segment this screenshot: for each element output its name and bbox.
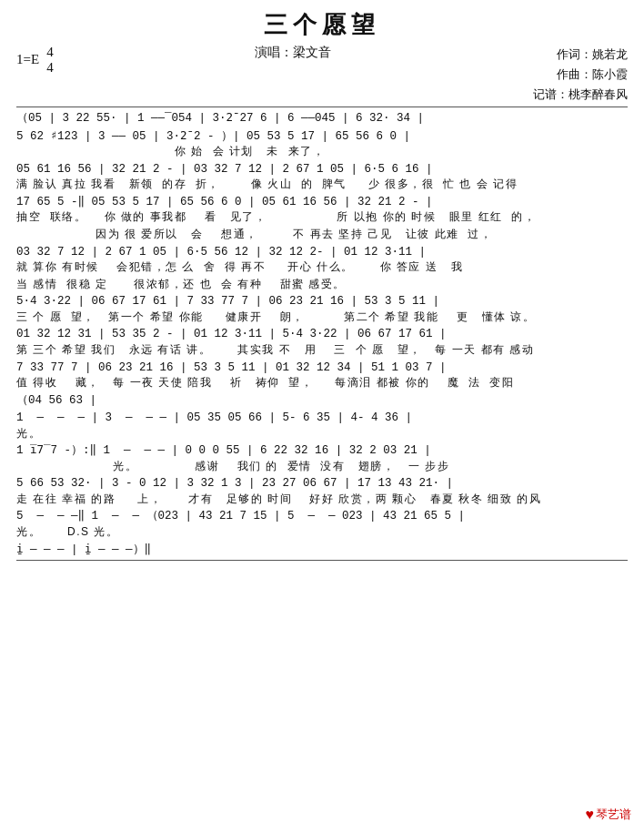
score-block-9: 7 33 77 7 | 06 23 21 16 | 53 3 5 11 | 01… <box>16 360 628 391</box>
notation-row-10: （04 56 63 | <box>16 393 628 410</box>
lyric-line-9: 值 得收 藏， 每 一夜 天使 陪我 祈 祷仰 望， 每滴泪 都被 你的 魔 法… <box>16 376 628 391</box>
notation-row-7: 5·4 3·22 | 06 67 17 61 | 7 33 77 7 | 06 … <box>16 294 628 310</box>
top-divider <box>16 107 628 107</box>
score-block-4: 因为 很 爱所以 会 想通， 不 再去 坚持 己见 让彼 此难 过， <box>16 228 628 242</box>
score-block-3: 17 65 5 -‖ 05 53 5 17 | 65 56 6 0 | 05 6… <box>16 195 628 225</box>
lyric-line-5: 就 算你 有时候 会犯错，怎 么 舍 得 再不 开心 什么。 你 答应 送 我 <box>16 260 628 275</box>
page: 三个愿望 1=E 4 4 演唱：梁文音 作词：姚若龙 作曲：陈小霞 记谱：桃李醉… <box>0 0 644 832</box>
lyric-line-1: 你 始 会 计划 未 来了， <box>16 145 628 159</box>
song-title: 三个愿望 <box>16 9 628 41</box>
lyric-line-13: 走 在往 幸福 的路 上， 才有 足够的 时间 好好 欣赏，两 颗心 春夏 秋冬… <box>16 492 628 507</box>
bottom-divider <box>16 560 628 561</box>
notation-row-14: 5 — — —‖ 1 — — （023 | 43 21 7 15 | 5 — —… <box>16 509 628 525</box>
logo-text: 琴艺谱 <box>596 807 631 823</box>
notation-row-0: （05 | 3 22 55· | 1 ——¯054 | 3·2̄ 27 6 | … <box>16 111 628 127</box>
performer-label: 演唱： <box>255 46 293 59</box>
lyricist-line: 作词：姚若龙 <box>533 45 628 65</box>
score-block-0: （05 | 3 22 55· | 1 ——¯054 | 3·2̄ 27 6 | … <box>16 111 628 127</box>
meta-center: 演唱：梁文音 <box>255 45 331 61</box>
logo-heart-icon: ♥ <box>586 807 595 823</box>
notation-row-15: i̱ — — — | i̱ — — —）‖ <box>16 543 628 559</box>
time-sig: 4 4 <box>46 45 54 75</box>
lyric-line-6: 当 感情 很稳 定 很浓郁，还 也 会 有种 甜蜜 感受。 <box>16 278 628 292</box>
lyric-line-2: 满 脸认 真拉 我看 新领 的存 折， 像 火山 的 脾气 少 很多，很 忙 也… <box>16 178 628 192</box>
notation-row-2: 05 61 16 56 | 32 21 2 - | 03 32 7 12 | 2… <box>16 162 628 178</box>
composer-line: 作曲：陈小霞 <box>533 65 628 85</box>
performer: 梁文音 <box>293 46 331 59</box>
notation-row-8: 01 32 12 31 | 53 35 2 - | 01 12 3·11 | 5… <box>16 327 628 343</box>
score-block-7: 5·4 3·22 | 06 67 17 61 | 7 33 77 7 | 06 … <box>16 294 628 324</box>
notation-row-13: 5 66 53 32· | 3 - 0 12 | 3 32 1 3 | 23 2… <box>16 476 628 492</box>
lyric-line-7: 三 个 愿 望， 第一个 希望 你能 健康开 朗， 第二个 希望 我能 更 懂体… <box>16 310 628 325</box>
title-section: 三个愿望 <box>16 9 628 41</box>
notation-row-5: 03 32 7 12 | 2 67 1 05 | 6·5 56 12 | 32 … <box>16 245 628 261</box>
score-block-2: 05 61 16 56 | 32 21 2 - | 03 32 7 12 | 2… <box>16 162 628 192</box>
score-block-5: 03 32 7 12 | 2 67 1 05 | 6·5 56 12 | 32 … <box>16 245 628 275</box>
score-area: （05 | 3 22 55· | 1 ——¯054 | 3·2̄ 27 6 | … <box>16 111 628 561</box>
score-block-8: 01 32 12 31 | 53 35 2 - | 01 12 3·11 | 5… <box>16 327 628 357</box>
meta-left: 1=E 4 4 <box>16 45 54 75</box>
score-block-10: （04 56 63 | <box>16 393 628 410</box>
notation-row-1: 5 62 ♯123 | 3 —— 05 | 3·2̄ 2 - ）| 05 53 … <box>16 129 628 146</box>
notation-row-3: 17 65 5 -‖ 05 53 5 17 | 65 56 6 0 | 05 6… <box>16 195 628 211</box>
score-block-13: 5 66 53 32· | 3 - 0 12 | 3 32 1 3 | 23 2… <box>16 476 628 506</box>
lyric-line-14: 光。 D.S 光。 <box>16 525 628 540</box>
lyric-line-11: 光。 <box>16 427 628 441</box>
key-sig: 1=E <box>16 52 39 67</box>
notation-row-9: 7 33 77 7 | 06 23 21 16 | 53 3 5 11 | 01… <box>16 360 628 377</box>
lyric-line-12: 光。 感谢 我们 的 爱情 没有 翅膀， 一 步步 <box>16 460 628 474</box>
meta-row: 1=E 4 4 演唱：梁文音 作词：姚若龙 作曲：陈小霞 记谱：桃李醉春风 <box>16 45 628 105</box>
notation-line: 记谱：桃李醉春风 <box>533 85 628 105</box>
meta-right: 作词：姚若龙 作曲：陈小霞 记谱：桃李醉春风 <box>533 45 628 105</box>
lyric-line-3: 抽空 联络。 你 做的 事我都 看 见了， 所 以抱 你的 时候 眼里 红红 的… <box>16 210 628 225</box>
score-block-14: 5 — — —‖ 1 — — （023 | 43 21 7 15 | 5 — —… <box>16 509 628 539</box>
lyric-line-4: 因为 很 爱所以 会 想通， 不 再去 坚持 己见 让彼 此难 过， <box>16 228 628 242</box>
notation-row-12: 1 i̅7̅ 7 -）:‖ 1 — — — | 0 0 0 55 | 6 22 … <box>16 443 628 460</box>
score-block-12: 1 i̅7̅ 7 -）:‖ 1 — — — | 0 0 0 55 | 6 22 … <box>16 443 628 473</box>
score-block-11: 1 — — — | 3 — — — | 05 35 05 66 | 5- 6 3… <box>16 411 628 441</box>
score-block-1: 5 62 ♯123 | 3 —— 05 | 3·2̄ 2 - ）| 05 53 … <box>16 129 628 159</box>
score-block-15: i̱ — — — | i̱ — — —）‖ <box>16 543 628 559</box>
notation-row-11: 1 — — — | 3 — — — | 05 35 05 66 | 5- 6 3… <box>16 411 628 427</box>
logo-area: ♥ 琴艺谱 <box>586 807 632 823</box>
score-block-6: 当 感情 很稳 定 很浓郁，还 也 会 有种 甜蜜 感受。 <box>16 278 628 292</box>
lyric-line-8: 第 三个 希望 我们 永远 有话 讲。 其实我 不 用 三 个 愿 望， 每 一… <box>16 343 628 358</box>
